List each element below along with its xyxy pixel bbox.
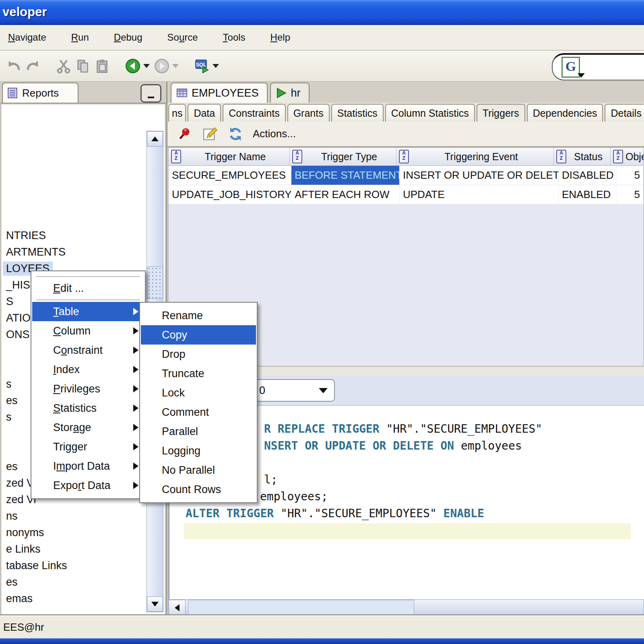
doc-tab-hr[interactable]: hr	[270, 83, 310, 103]
tree-item[interactable]: ns	[3, 509, 21, 523]
tree-item[interactable]: emas	[3, 592, 36, 606]
table-cell[interactable]: AFTER EACH ROW	[291, 185, 400, 204]
scrollbar-thumb[interactable]	[147, 266, 163, 299]
context-menu-item-constraint[interactable]: Constraint	[32, 341, 144, 360]
column-header-triggering-event[interactable]: AZTriggering Event	[396, 148, 554, 165]
object-tab-ns[interactable]: ns	[168, 104, 186, 122]
trigger-detail-combo[interactable]: 0	[252, 379, 335, 402]
context-menu-item-table[interactable]: Table	[32, 302, 144, 321]
object-tab-data[interactable]: Data	[188, 104, 221, 122]
scroll-up-button[interactable]	[147, 131, 163, 147]
scroll-left-button[interactable]	[169, 600, 186, 616]
tree-item[interactable]: s	[3, 410, 15, 424]
object-tab-statistics[interactable]: Statistics	[331, 104, 384, 122]
context-menu-item-export-data[interactable]: Export Data	[32, 476, 144, 495]
context-menu-item-edit[interactable]: Edit ...	[32, 279, 144, 298]
doc-tab-employees[interactable]: EMPLOYEES	[171, 83, 268, 103]
table-cell[interactable]: UPDATE	[400, 185, 559, 204]
menu-item-label: Trigger	[53, 441, 133, 453]
back-button[interactable]	[123, 56, 142, 76]
table-cell[interactable]: INSERT OR UPDATE OR DELETE	[400, 166, 559, 185]
table-row[interactable]: UPDATE_JOB_HISTORYAFTER EACH ROWUPDATEEN…	[169, 185, 644, 204]
menu-debug[interactable]: Debug	[110, 29, 147, 45]
tree-item[interactable]: nonyms	[3, 526, 47, 540]
menu-item-label: Lock	[162, 387, 250, 399]
table-row[interactable]: SECURE_EMPLOYEESBEFORE STATEMENTINSERT O…	[169, 166, 644, 185]
object-tab-dependencies[interactable]: Dependencies	[527, 104, 603, 122]
tab-reports[interactable]: Reports	[2, 83, 78, 103]
redo-button[interactable]	[23, 56, 43, 76]
tree-item[interactable]: ONS	[3, 328, 33, 342]
scrollbar-thumb[interactable]	[188, 600, 414, 616]
menu-run[interactable]: Run	[67, 29, 93, 45]
sql-keyword: ENABLE	[444, 507, 484, 520]
context-menu-item-storage[interactable]: Storage	[32, 418, 144, 437]
column-header-trigger-name[interactable]: AZTrigger Name	[169, 148, 290, 165]
tree-item[interactable]: es	[3, 460, 21, 474]
column-header-trigger-type[interactable]: AZTrigger Type	[290, 148, 396, 165]
svg-text:SQL: SQL	[196, 62, 206, 68]
cut-button[interactable]	[54, 56, 73, 76]
table-cell[interactable]: 5	[617, 166, 644, 185]
refresh-icon[interactable]	[227, 126, 244, 142]
object-tab-triggers[interactable]: Triggers	[477, 104, 525, 122]
paste-button[interactable]	[93, 56, 112, 76]
undo-button[interactable]	[4, 56, 23, 76]
menu-help[interactable]: Help	[266, 29, 294, 45]
menu-navigate[interactable]: Navigate	[4, 29, 50, 45]
tree-item[interactable]: es	[3, 394, 21, 408]
object-tab-grants[interactable]: Grants	[287, 104, 330, 122]
table-cell[interactable]: UPDATE_JOB_HISTORY	[169, 185, 291, 204]
submenu-item-copy[interactable]: Copy	[141, 325, 256, 345]
context-menu-item-statistics[interactable]: Statistics	[32, 398, 144, 418]
scroll-down-button[interactable]	[147, 597, 163, 612]
table-cell[interactable]: BEFORE STATEMENT	[291, 166, 400, 185]
back-button-dropdown-icon[interactable]	[143, 64, 150, 68]
edit-pencil-icon[interactable]	[201, 126, 218, 142]
submenu-item-logging[interactable]: Logging	[141, 441, 256, 460]
table-cell[interactable]: ENABLED	[559, 185, 617, 204]
column-header-status[interactable]: AZStatus	[554, 148, 611, 165]
copy-button[interactable]	[73, 56, 93, 76]
object-tab-column-statistics[interactable]: Column Statistics	[385, 104, 475, 122]
submenu-item-drop[interactable]: Drop	[141, 345, 256, 364]
submenu-item-comment[interactable]: Comment	[141, 402, 256, 422]
tree-item[interactable]: s	[3, 377, 15, 391]
menu-tools[interactable]: Tools	[219, 29, 250, 45]
table-cell[interactable]: 5	[617, 185, 644, 204]
menu-source[interactable]: Source	[163, 29, 202, 45]
tree-item[interactable]: tabase Links	[3, 559, 70, 573]
tree-item[interactable]: e Links	[3, 542, 44, 556]
search-box[interactable]: G	[552, 53, 644, 80]
context-menu-item-index[interactable]: Index	[32, 360, 144, 379]
submenu-item-parallel[interactable]: Parallel	[141, 422, 256, 441]
column-header-obje[interactable]: AZObje	[611, 148, 644, 165]
submenu-item-lock[interactable]: Lock	[141, 383, 256, 402]
forward-button[interactable]	[152, 56, 171, 76]
tree-item[interactable]: ARTMENTS	[3, 245, 69, 259]
search-dropdown-icon[interactable]	[578, 73, 585, 78]
submenu-item-no-parallel[interactable]: No Parallel	[141, 460, 256, 480]
sql-worksheet-button-dropdown-icon[interactable]	[213, 64, 219, 68]
context-menu-item-import-data[interactable]: Import Data	[32, 456, 144, 476]
context-menu-item-column[interactable]: Column	[32, 321, 144, 341]
tree-item[interactable]: es	[3, 575, 21, 589]
pin-icon[interactable]	[175, 126, 192, 142]
submenu-item-truncate[interactable]: Truncate	[141, 364, 256, 383]
editor-horizontal-scrollbar[interactable]	[168, 599, 644, 615]
panel-minimize-button[interactable]	[140, 84, 161, 103]
submenu-item-count-rows[interactable]: Count Rows	[141, 480, 256, 499]
tree-item[interactable]: NTRIES	[3, 229, 49, 243]
actions-button[interactable]: Actions...	[253, 128, 296, 140]
tree-item[interactable]: S	[3, 295, 17, 309]
table-cell[interactable]: SECURE_EMPLOYEES	[169, 166, 291, 185]
object-tab-details[interactable]: Details	[605, 104, 644, 122]
forward-button-dropdown-icon[interactable]	[172, 64, 179, 68]
submenu-item-rename[interactable]: Rename	[141, 306, 256, 325]
doc-tab-label: hr	[291, 87, 301, 99]
sql-worksheet-button[interactable]: SQL	[192, 56, 212, 76]
table-cell[interactable]: DISABLED	[559, 166, 617, 185]
context-menu-item-trigger[interactable]: Trigger	[32, 437, 144, 456]
context-menu-item-privileges[interactable]: Privileges	[32, 379, 144, 398]
object-tab-constraints[interactable]: Constraints	[223, 104, 285, 122]
